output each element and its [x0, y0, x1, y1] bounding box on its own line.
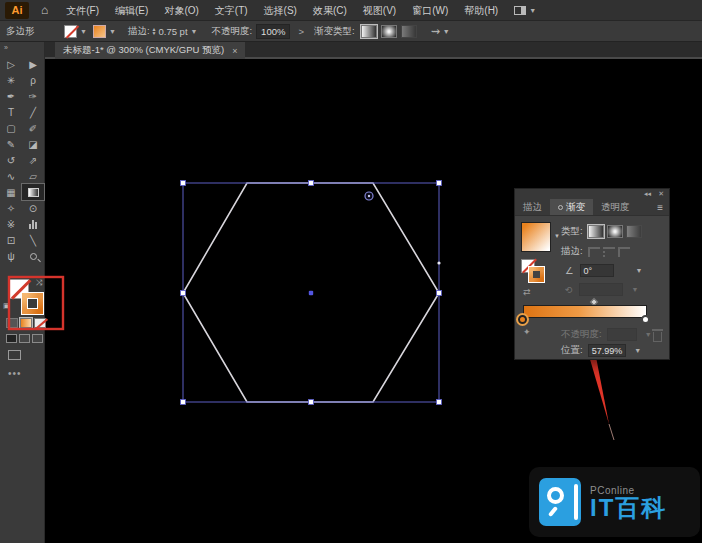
- annotator-chevron-icon[interactable]: ▼: [443, 28, 450, 35]
- gradient-tool[interactable]: [22, 184, 44, 200]
- shape-tool[interactable]: ▢: [0, 120, 22, 136]
- panel-stroke-proxy-gradient[interactable]: [529, 267, 544, 282]
- stroke-weight-value[interactable]: 0.75 pt: [158, 26, 187, 37]
- panel-opacity-label: 不透明度:: [561, 328, 602, 341]
- tab-gradient[interactable]: 渐变: [550, 199, 593, 215]
- aspect-value-field: [579, 283, 623, 296]
- hexagon-shape: [183, 183, 439, 402]
- document-tab[interactable]: 未标题-1* @ 300% (CMYK/GPU 预览) ×: [55, 42, 245, 59]
- menu-view[interactable]: 视图(V): [355, 0, 404, 21]
- gradient-swatch-chevron-icon[interactable]: ▼: [554, 233, 560, 239]
- stroke-proxy-gradient[interactable]: [22, 293, 43, 314]
- delete-stop-trash-icon: [653, 332, 662, 342]
- type-tool[interactable]: T: [0, 104, 22, 120]
- menu-edit[interactable]: 编辑(E): [107, 0, 156, 21]
- draw-normal-button[interactable]: [6, 334, 17, 343]
- paint-mode-buttons: [6, 318, 46, 328]
- hand-tool[interactable]: ψ: [0, 248, 22, 264]
- pen-tool[interactable]: ✒: [0, 88, 22, 104]
- screen-mode-button[interactable]: [8, 350, 21, 360]
- gradient-stop-right[interactable]: [641, 315, 650, 324]
- illustrator-logo[interactable]: Ai: [5, 2, 29, 19]
- workspace-switcher-icon[interactable]: [514, 6, 526, 15]
- menu-effect[interactable]: 效果(C): [305, 0, 355, 21]
- panel-linear-button[interactable]: [588, 225, 604, 238]
- color-button[interactable]: [6, 318, 18, 328]
- control-options-bar: 多边形 ▼ ▼ 描边: ▲▼ 0.75 pt ▼ 不透明度: 100% > 渐变…: [0, 21, 702, 42]
- reverse-gradient-icon[interactable]: ⇄: [523, 287, 531, 297]
- default-fill-stroke-icon[interactable]: ▣: [3, 302, 10, 310]
- fill-chevron-icon[interactable]: ▼: [80, 28, 87, 35]
- artboard-tool[interactable]: ⊡: [0, 232, 22, 248]
- home-icon[interactable]: ⌂: [41, 3, 48, 17]
- location-row: 位置: 57.99% ▼: [561, 344, 641, 357]
- panel-menu-icon[interactable]: ≡: [651, 199, 669, 215]
- menu-help[interactable]: 帮助(H): [456, 0, 506, 21]
- line-tool[interactable]: ╱: [22, 104, 44, 120]
- aspect-ratio-icon: ⟲: [565, 285, 573, 295]
- slice-tool[interactable]: ╲: [22, 232, 44, 248]
- panel-radial-button[interactable]: [607, 225, 623, 238]
- width-tool[interactable]: ∿: [0, 168, 22, 184]
- zoom-tool[interactable]: [22, 248, 44, 264]
- eraser-tool[interactable]: ◪: [22, 136, 44, 152]
- free-transform-tool[interactable]: ▱: [22, 168, 44, 184]
- gradient-type-label: 渐变类型:: [314, 25, 355, 38]
- aspect-chevron-icon: ▼: [632, 286, 639, 293]
- tab-stroke[interactable]: 描边: [515, 199, 550, 215]
- rotate-tool[interactable]: ↺: [0, 152, 22, 168]
- stroke-weight-chevron-icon[interactable]: ▼: [191, 28, 198, 35]
- menu-window[interactable]: 窗口(W): [404, 0, 456, 21]
- watermark-magnifier-icon: [539, 478, 581, 526]
- chevron-down-icon[interactable]: ▼: [529, 7, 536, 14]
- opacity-more-arrow[interactable]: >: [298, 26, 304, 37]
- opacity-value-field[interactable]: 100%: [256, 24, 290, 39]
- menu-file[interactable]: 文件(F): [58, 0, 107, 21]
- menu-type[interactable]: 文字(T): [207, 0, 256, 21]
- gradient-preview-swatch[interactable]: [521, 222, 551, 252]
- panel-header: ◂◂ ✕: [515, 189, 669, 199]
- gradient-radial-button[interactable]: [381, 25, 397, 38]
- magic-wand-tool[interactable]: ✳: [0, 72, 22, 88]
- menu-object[interactable]: 对象(O): [156, 0, 206, 21]
- gradient-linear-button[interactable]: [361, 25, 377, 38]
- curvature-tool[interactable]: ✑: [22, 88, 44, 104]
- toolbar-collapse-icon[interactable]: »: [0, 42, 44, 56]
- direct-selection-tool[interactable]: ▷: [0, 56, 22, 72]
- draw-behind-button[interactable]: [19, 334, 30, 343]
- blend-tool[interactable]: ⊙: [22, 200, 44, 216]
- scale-tool[interactable]: ⇗: [22, 152, 44, 168]
- panel-collapse-icon[interactable]: ◂◂: [644, 190, 651, 198]
- swap-fill-stroke-icon[interactable]: ⤨: [36, 278, 42, 288]
- location-value-field[interactable]: 57.99%: [588, 344, 627, 357]
- panel-close-icon[interactable]: ✕: [658, 190, 664, 198]
- symbol-sprayer-tool[interactable]: ※: [0, 216, 22, 232]
- gradient-annotator-icon[interactable]: ⇝: [431, 25, 440, 38]
- pencil-tool[interactable]: ✎: [0, 136, 22, 152]
- stroke-stepper[interactable]: ▲▼: [152, 27, 157, 35]
- draw-inside-button[interactable]: [32, 334, 43, 343]
- edit-toolbar-ellipsis[interactable]: •••: [8, 368, 22, 379]
- selection-tool[interactable]: ▶: [22, 56, 44, 72]
- menu-select[interactable]: 选择(S): [256, 0, 305, 21]
- column-graph-tool[interactable]: [22, 216, 44, 232]
- location-chevron-icon[interactable]: ▼: [634, 347, 641, 354]
- stroke-chevron-icon[interactable]: ▼: [109, 28, 116, 35]
- eyedropper-tool[interactable]: ✧: [0, 200, 22, 216]
- none-button[interactable]: [34, 318, 46, 328]
- lasso-tool[interactable]: ρ: [22, 72, 44, 88]
- document-title: 未标题-1* @ 300% (CMYK/GPU 预览): [63, 44, 224, 57]
- fill-swatch-none[interactable]: [64, 25, 77, 38]
- paintbrush-tool[interactable]: ✐: [22, 120, 44, 136]
- gradient-tool-icon: [28, 188, 39, 197]
- gradient-slider-bar[interactable]: [523, 305, 647, 318]
- tools-panel: » ▷ ▶ ✳ ρ ✒ ✑ T ╱ ▢ ✐ ✎ ◪ ↺ ⇗ ∿ ▱ ▦ ✧ ⊙ …: [0, 42, 45, 543]
- angle-value-field[interactable]: 0°: [580, 264, 614, 277]
- gradient-button[interactable]: [20, 318, 32, 328]
- tab-close-icon[interactable]: ×: [232, 46, 237, 56]
- mesh-tool[interactable]: ▦: [0, 184, 22, 200]
- tab-transparency[interactable]: 透明度: [593, 199, 638, 215]
- gradient-stop-left[interactable]: [518, 315, 527, 324]
- angle-chevron-icon[interactable]: ▼: [636, 267, 643, 274]
- stroke-color-swatch[interactable]: [93, 25, 106, 38]
